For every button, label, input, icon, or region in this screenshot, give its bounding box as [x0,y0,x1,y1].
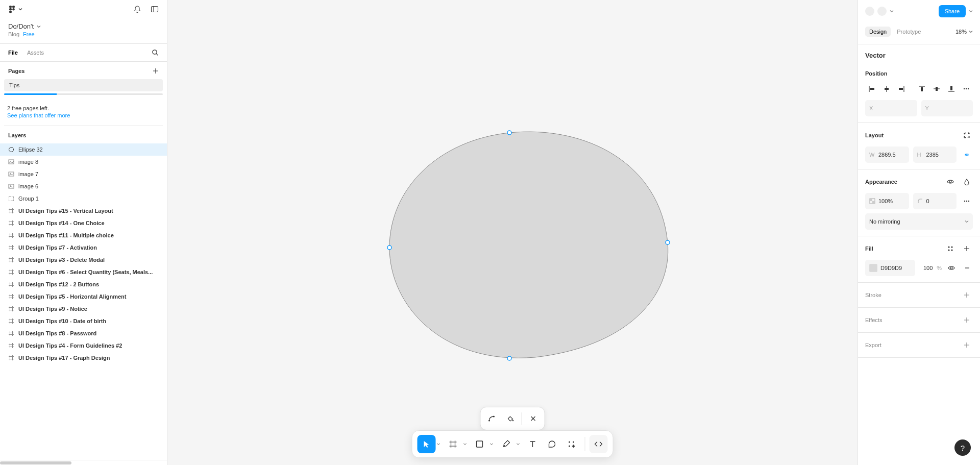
corner-radius-field[interactable]: 0 [913,193,957,209]
document-title-row[interactable]: Do/Don't [0,18,167,31]
tab-assets[interactable]: Assets [27,50,44,56]
opacity-field[interactable]: 100% [865,193,909,209]
layer-row[interactable]: UI Design Tips #11 - Multiple choice [0,229,167,241]
pen-tool[interactable] [497,435,516,453]
tab-file[interactable]: File [8,50,18,56]
search-button[interactable] [152,49,159,56]
layer-row[interactable]: image 7 [0,168,167,180]
layer-row[interactable]: UI Design Tips #8 - Password [0,327,167,339]
layer-row[interactable]: Ellipse 32 [0,143,167,156]
fill-visibility-button[interactable] [946,262,957,274]
svg-point-47 [948,246,949,248]
layers-hscrollbar[interactable] [0,460,167,465]
stroke-title: Stroke [865,292,881,298]
upsell-link[interactable]: See plans that offer more [7,112,70,118]
align-more-button[interactable] [960,82,973,96]
canvas[interactable] [167,0,857,465]
align-hcenter-icon [883,85,891,93]
align-bottom-button[interactable] [945,82,958,96]
actions-tool[interactable] [562,435,581,453]
add-page-button[interactable] [153,68,159,74]
layer-row[interactable]: UI Design Tips #12 - 2 Buttons [0,278,167,290]
layer-row[interactable]: UI Design Tips #17 - Graph Design [0,352,167,364]
width-field[interactable]: W2869.5 [865,146,909,163]
more-icon [963,85,970,92]
plan-link[interactable]: Free [23,31,35,37]
layer-row[interactable]: UI Design Tips #3 - Delete Modal [0,254,167,266]
notifications-button[interactable] [133,5,141,13]
layer-row[interactable]: UI Design Tips #7 - Activation [0,241,167,254]
layer-name: UI Design Tips #5 - Horizontal Alignment [18,293,126,300]
layer-row[interactable]: UI Design Tips #4 - Form Guidelines #2 [0,339,167,352]
layer-row[interactable]: UI Design Tips #10 - Date of birth [0,315,167,327]
layer-row[interactable]: UI Design Tips #6 - Select Quantity (Sea… [0,266,167,278]
vector-anchor-left[interactable] [387,246,391,250]
vector-edit-bar [480,407,545,430]
appearance-more-button[interactable] [961,195,973,207]
share-button[interactable]: Share [939,5,966,17]
panel-toggle-button[interactable] [151,5,159,13]
shape-tool[interactable] [471,435,489,453]
text-tool[interactable] [524,435,542,453]
svg-rect-30 [899,88,903,90]
align-hcenter-button[interactable] [880,82,893,96]
help-button[interactable]: ? [954,439,971,456]
chevron-down-icon[interactable] [437,443,440,446]
breadcrumb-parent[interactable]: Blog [8,31,19,37]
fill-styles-button[interactable] [944,242,957,255]
comment-tool[interactable] [543,435,561,453]
frame-tool[interactable] [444,435,462,453]
vector-anchor-right[interactable] [666,240,670,244]
panel-icon [151,5,159,13]
plus-icon [964,246,970,252]
align-bottom-icon [947,85,955,93]
dev-mode-toggle[interactable] [590,435,608,453]
layer-row[interactable]: UI Design Tips #5 - Horizontal Alignment [0,290,167,303]
vector-anchor-top[interactable] [507,131,511,135]
move-tool[interactable] [418,435,436,453]
chevron-down-icon[interactable] [463,443,467,446]
chevron-down-icon[interactable] [517,443,520,446]
y-position-field[interactable]: Y [921,100,973,116]
align-right-icon [897,85,905,93]
tab-design[interactable]: Design [865,27,891,37]
layer-row[interactable]: UI Design Tips #15 - Vertical Layout [0,205,167,217]
collaborator-avatars[interactable] [865,7,894,16]
done-editing-button[interactable] [525,410,542,427]
x-position-field[interactable]: X [865,100,917,116]
add-effect-button[interactable] [961,314,973,326]
layer-row[interactable]: image 6 [0,180,167,192]
align-top-button[interactable] [916,82,928,96]
add-fill-button[interactable] [961,242,973,255]
add-export-button[interactable] [961,339,973,351]
layer-row[interactable]: Group 1 [0,192,167,205]
autolayout-button[interactable] [961,129,973,141]
mirroring-select[interactable]: No mirroring [865,213,973,230]
height-field[interactable]: H2385 [913,146,957,163]
fill-color-field[interactable]: D9D9D9 [865,260,915,276]
vector-shape[interactable] [389,132,668,358]
add-stroke-button[interactable] [961,289,973,301]
chevron-down-icon[interactable] [490,443,494,446]
chevron-down-icon[interactable] [969,9,973,13]
vector-anchor-bottom[interactable] [507,356,511,360]
layer-row[interactable]: image 8 [0,156,167,168]
visibility-button[interactable] [944,176,957,188]
paint-bucket-tool[interactable] [502,410,519,427]
zoom-control[interactable]: 18% [955,29,973,35]
align-vcenter-button[interactable] [930,82,943,96]
layer-row[interactable]: UI Design Tips #14 - One Choice [0,217,167,229]
layer-name: UI Design Tips #11 - Multiple choice [18,232,114,238]
blend-mode-button[interactable] [961,176,973,188]
svg-rect-43 [872,201,875,204]
figma-menu[interactable] [8,5,22,13]
bend-tool[interactable] [484,410,500,427]
constrain-proportions-button[interactable] [961,149,973,161]
tab-prototype[interactable]: Prototype [893,27,925,37]
align-right-button[interactable] [895,82,908,96]
remove-fill-button[interactable] [962,262,973,274]
align-left-button[interactable] [865,82,878,96]
page-item[interactable]: Tips [4,79,163,91]
layer-row[interactable]: UI Design Tips #9 - Notice [0,303,167,315]
fill-opacity-value[interactable]: 100 [923,265,933,271]
